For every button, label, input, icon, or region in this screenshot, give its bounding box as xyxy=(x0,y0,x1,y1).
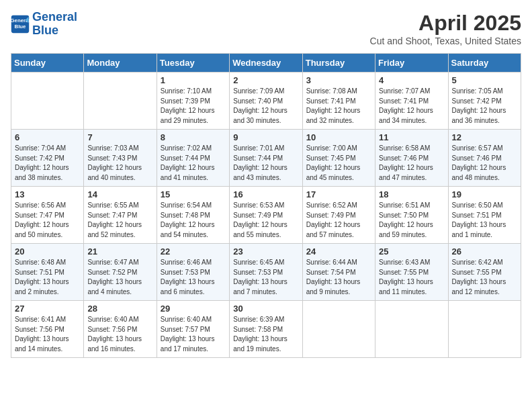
calendar-cell: 21Sunrise: 6:47 AM Sunset: 7:52 PM Dayli… xyxy=(84,244,157,301)
calendar-cell: 5Sunrise: 7:05 AM Sunset: 7:42 PM Daylig… xyxy=(448,73,521,130)
day-info: Sunrise: 6:56 AM Sunset: 7:47 PM Dayligh… xyxy=(15,201,80,240)
day-number: 28 xyxy=(87,304,152,314)
day-number: 15 xyxy=(161,189,226,199)
day-info: Sunrise: 6:44 AM Sunset: 7:54 PM Dayligh… xyxy=(306,258,371,297)
calendar-cell: 24Sunrise: 6:44 AM Sunset: 7:54 PM Dayli… xyxy=(302,244,375,301)
day-info: Sunrise: 6:52 AM Sunset: 7:49 PM Dayligh… xyxy=(306,201,371,240)
day-info: Sunrise: 7:07 AM Sunset: 7:41 PM Dayligh… xyxy=(379,87,444,126)
logo-text: General Blue xyxy=(32,11,77,38)
day-number: 19 xyxy=(452,189,517,199)
day-number: 3 xyxy=(306,75,371,85)
calendar-cell: 28Sunrise: 6:40 AM Sunset: 7:56 PM Dayli… xyxy=(84,301,157,358)
svg-text:Blue: Blue xyxy=(15,24,27,30)
day-info: Sunrise: 6:53 AM Sunset: 7:49 PM Dayligh… xyxy=(233,201,298,240)
calendar-cell xyxy=(84,73,157,130)
calendar-cell: 14Sunrise: 6:55 AM Sunset: 7:47 PM Dayli… xyxy=(84,187,157,244)
calendar-cell xyxy=(375,301,448,358)
col-header-tuesday: Tuesday xyxy=(157,54,229,73)
calendar-cell: 30Sunrise: 6:39 AM Sunset: 7:58 PM Dayli… xyxy=(230,301,302,358)
day-number: 7 xyxy=(87,132,152,142)
day-info: Sunrise: 6:46 AM Sunset: 7:53 PM Dayligh… xyxy=(161,258,226,297)
calendar-cell: 19Sunrise: 6:50 AM Sunset: 7:51 PM Dayli… xyxy=(448,187,521,244)
day-info: Sunrise: 7:02 AM Sunset: 7:44 PM Dayligh… xyxy=(161,144,226,183)
calendar-cell: 7Sunrise: 7:03 AM Sunset: 7:43 PM Daylig… xyxy=(84,130,157,187)
calendar-cell: 2Sunrise: 7:09 AM Sunset: 7:40 PM Daylig… xyxy=(230,73,302,130)
col-header-thursday: Thursday xyxy=(302,54,375,73)
calendar-week-1: 6Sunrise: 7:04 AM Sunset: 7:42 PM Daylig… xyxy=(11,130,521,187)
day-info: Sunrise: 7:03 AM Sunset: 7:43 PM Dayligh… xyxy=(87,144,152,183)
day-number: 16 xyxy=(233,189,298,199)
day-number: 18 xyxy=(379,189,444,199)
calendar-cell: 3Sunrise: 7:08 AM Sunset: 7:41 PM Daylig… xyxy=(302,73,375,130)
day-info: Sunrise: 6:58 AM Sunset: 7:46 PM Dayligh… xyxy=(379,144,444,183)
day-number: 10 xyxy=(306,132,371,142)
day-info: Sunrise: 6:57 AM Sunset: 7:46 PM Dayligh… xyxy=(452,144,517,183)
title-block: April 2025 Cut and Shoot, Texas, United … xyxy=(370,11,521,46)
calendar-cell: 25Sunrise: 6:43 AM Sunset: 7:55 PM Dayli… xyxy=(375,244,448,301)
day-info: Sunrise: 6:47 AM Sunset: 7:52 PM Dayligh… xyxy=(87,258,152,297)
day-number: 14 xyxy=(87,189,152,199)
day-number: 27 xyxy=(15,304,80,314)
day-info: Sunrise: 6:43 AM Sunset: 7:55 PM Dayligh… xyxy=(379,258,444,297)
location-subtitle: Cut and Shoot, Texas, United States xyxy=(370,36,521,46)
calendar-cell xyxy=(11,73,84,130)
logo-line1: General xyxy=(32,10,77,24)
page-header: General Blue General Blue April 2025 Cut… xyxy=(11,11,521,46)
day-number: 9 xyxy=(233,132,298,142)
day-number: 21 xyxy=(87,246,152,257)
col-header-sunday: Sunday xyxy=(11,54,84,73)
calendar-cell: 12Sunrise: 6:57 AM Sunset: 7:46 PM Dayli… xyxy=(448,130,521,187)
day-info: Sunrise: 7:10 AM Sunset: 7:39 PM Dayligh… xyxy=(161,87,226,126)
col-header-saturday: Saturday xyxy=(448,54,521,73)
day-info: Sunrise: 6:55 AM Sunset: 7:47 PM Dayligh… xyxy=(87,201,152,240)
day-number: 25 xyxy=(379,246,444,257)
logo-icon: General Blue xyxy=(11,15,30,34)
day-number: 26 xyxy=(452,246,517,257)
day-info: Sunrise: 7:09 AM Sunset: 7:40 PM Dayligh… xyxy=(233,87,298,126)
month-title: April 2025 xyxy=(370,11,521,36)
calendar-cell: 15Sunrise: 6:54 AM Sunset: 7:48 PM Dayli… xyxy=(157,187,229,244)
calendar-cell: 17Sunrise: 6:52 AM Sunset: 7:49 PM Dayli… xyxy=(302,187,375,244)
day-info: Sunrise: 6:42 AM Sunset: 7:55 PM Dayligh… xyxy=(452,258,517,297)
calendar-cell: 6Sunrise: 7:04 AM Sunset: 7:42 PM Daylig… xyxy=(11,130,84,187)
calendar-cell xyxy=(448,301,521,358)
calendar-cell: 8Sunrise: 7:02 AM Sunset: 7:44 PM Daylig… xyxy=(157,130,229,187)
day-number: 29 xyxy=(161,304,226,314)
day-info: Sunrise: 6:48 AM Sunset: 7:51 PM Dayligh… xyxy=(15,258,80,297)
day-info: Sunrise: 7:04 AM Sunset: 7:42 PM Dayligh… xyxy=(15,144,80,183)
calendar-cell: 26Sunrise: 6:42 AM Sunset: 7:55 PM Dayli… xyxy=(448,244,521,301)
day-info: Sunrise: 6:40 AM Sunset: 7:56 PM Dayligh… xyxy=(87,315,152,354)
col-header-friday: Friday xyxy=(375,54,448,73)
calendar-cell: 20Sunrise: 6:48 AM Sunset: 7:51 PM Dayli… xyxy=(11,244,84,301)
calendar-cell: 11Sunrise: 6:58 AM Sunset: 7:46 PM Dayli… xyxy=(375,130,448,187)
day-number: 30 xyxy=(233,304,298,314)
day-info: Sunrise: 6:54 AM Sunset: 7:48 PM Dayligh… xyxy=(161,201,226,240)
header-row: SundayMondayTuesdayWednesdayThursdayFrid… xyxy=(11,54,521,73)
day-number: 23 xyxy=(233,246,298,257)
day-number: 2 xyxy=(233,75,298,85)
calendar-table: SundayMondayTuesdayWednesdayThursdayFrid… xyxy=(11,53,521,358)
day-number: 20 xyxy=(15,246,80,257)
day-info: Sunrise: 6:51 AM Sunset: 7:50 PM Dayligh… xyxy=(379,201,444,240)
logo: General Blue General Blue xyxy=(11,11,77,38)
day-number: 24 xyxy=(306,246,371,257)
calendar-cell: 22Sunrise: 6:46 AM Sunset: 7:53 PM Dayli… xyxy=(157,244,229,301)
day-number: 6 xyxy=(15,132,80,142)
calendar-cell: 4Sunrise: 7:07 AM Sunset: 7:41 PM Daylig… xyxy=(375,73,448,130)
day-number: 5 xyxy=(452,75,517,85)
calendar-week-2: 13Sunrise: 6:56 AM Sunset: 7:47 PM Dayli… xyxy=(11,187,521,244)
day-number: 13 xyxy=(15,189,80,199)
day-number: 17 xyxy=(306,189,371,199)
calendar-cell: 27Sunrise: 6:41 AM Sunset: 7:56 PM Dayli… xyxy=(11,301,84,358)
calendar-cell: 18Sunrise: 6:51 AM Sunset: 7:50 PM Dayli… xyxy=(375,187,448,244)
day-info: Sunrise: 6:50 AM Sunset: 7:51 PM Dayligh… xyxy=(452,201,517,240)
calendar-cell: 9Sunrise: 7:01 AM Sunset: 7:44 PM Daylig… xyxy=(230,130,302,187)
day-info: Sunrise: 6:45 AM Sunset: 7:53 PM Dayligh… xyxy=(233,258,298,297)
calendar-cell: 29Sunrise: 6:40 AM Sunset: 7:57 PM Dayli… xyxy=(157,301,229,358)
day-number: 1 xyxy=(161,75,226,85)
calendar-cell: 13Sunrise: 6:56 AM Sunset: 7:47 PM Dayli… xyxy=(11,187,84,244)
calendar-week-4: 27Sunrise: 6:41 AM Sunset: 7:56 PM Dayli… xyxy=(11,301,521,358)
calendar-cell: 10Sunrise: 7:00 AM Sunset: 7:45 PM Dayli… xyxy=(302,130,375,187)
col-header-wednesday: Wednesday xyxy=(230,54,302,73)
calendar-week-0: 1Sunrise: 7:10 AM Sunset: 7:39 PM Daylig… xyxy=(11,73,521,130)
